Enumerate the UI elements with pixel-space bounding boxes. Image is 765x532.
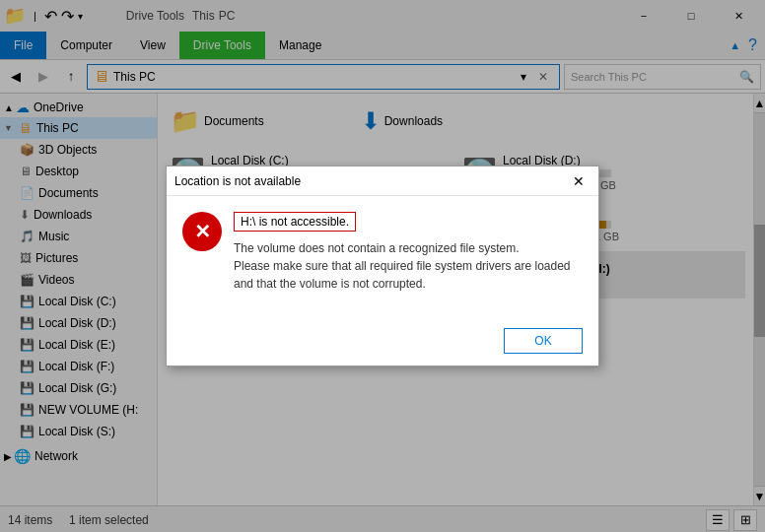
ok-button[interactable]: OK [504, 328, 583, 354]
error-icon: ✕ [182, 212, 222, 251]
dialog-body: ✕ H:\ is not accessible. The volume does… [167, 196, 598, 320]
error-message: The volume does not contain a recognized… [234, 239, 583, 293]
dialog-title: Location is not available [174, 174, 301, 188]
dialog-close-button[interactable]: ✕ [567, 169, 591, 193]
error-content: H:\ is not accessible. The volume does n… [234, 212, 583, 293]
dialog-footer: OK [167, 320, 598, 366]
dialog-error-row: ✕ H:\ is not accessible. The volume does… [182, 212, 583, 293]
dialog-title-bar: Location is not available ✕ [167, 166, 598, 196]
dialog-overlay: Location is not available ✕ ✕ H:\ is not… [0, 0, 765, 532]
dialog: Location is not available ✕ ✕ H:\ is not… [166, 166, 599, 366]
error-title: H:\ is not accessible. [241, 215, 349, 229]
error-title-box: H:\ is not accessible. [234, 212, 356, 232]
